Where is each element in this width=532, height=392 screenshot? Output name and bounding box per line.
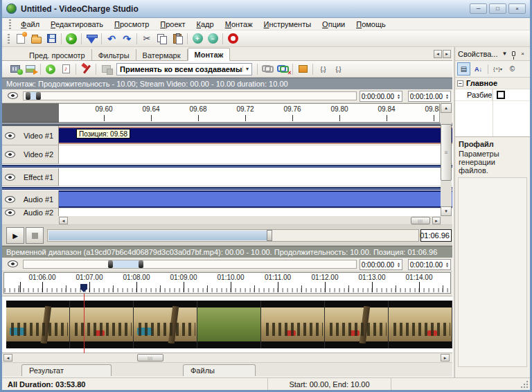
montage-ruler[interactable]: 09.60 09.64 09.68 09.72 09.76 09.80 09.8… xyxy=(2,103,452,123)
minimize-button[interactable]: ─ xyxy=(470,3,487,14)
spinner-arrows-icon[interactable]: ▲▼ xyxy=(396,262,402,267)
tab-preview[interactable]: Пред. просмотр xyxy=(23,49,92,60)
tab-files[interactable]: Файлы xyxy=(183,364,256,376)
disabled-tool-button[interactable] xyxy=(98,62,114,77)
property-category[interactable]: − Главное xyxy=(455,78,530,89)
tracks-hscrollbar[interactable]: ◂ ||| ▸ xyxy=(2,216,452,225)
apply-mode-dropdown[interactable]: Применять ко всем создаваемым фа ▾ xyxy=(116,63,252,75)
scroll-down-button[interactable]: ▾ xyxy=(441,206,452,216)
property-pages-button[interactable]: {+}▾ xyxy=(491,62,504,75)
alphabetical-sort-button[interactable]: А↓ xyxy=(472,62,485,75)
collapse-icon[interactable]: − xyxy=(457,80,463,87)
scroll-thumb[interactable]: ||| xyxy=(137,354,163,362)
delete-tool-button[interactable] xyxy=(78,62,94,77)
track-content-audio1[interactable] xyxy=(59,190,452,208)
wizard-button[interactable] xyxy=(84,31,99,46)
slider-handle-left[interactable] xyxy=(108,260,113,268)
eye-icon[interactable] xyxy=(5,209,15,216)
open-button[interactable] xyxy=(28,31,44,46)
eye-icon[interactable] xyxy=(5,196,15,203)
filmstrip-scrollbar[interactable]: ◂ ||| ▸ xyxy=(2,353,452,363)
track-row[interactable]: Audio #2 xyxy=(2,208,452,216)
unlink-button[interactable]: × xyxy=(275,62,290,77)
link-button[interactable] xyxy=(260,62,275,77)
scroll-thumb[interactable]: ≡ xyxy=(441,124,452,181)
categorized-view-button[interactable]: ▤ xyxy=(457,62,470,75)
slider-handle-right[interactable] xyxy=(139,260,143,268)
time-ruler-scale[interactable]: 01:06.00 01:07.00 01:08.00 01:09.00 01:1… xyxy=(3,272,451,294)
rename-button[interactable] xyxy=(295,62,310,77)
bracket-in-button[interactable]: {..} xyxy=(315,62,330,77)
tab-result[interactable]: Результат xyxy=(21,364,112,376)
eye-icon[interactable] xyxy=(8,92,18,99)
range-zoom-slider[interactable] xyxy=(23,260,357,269)
spinner-arrows-icon[interactable]: ▲▼ xyxy=(444,262,450,267)
range-start-spinner[interactable]: 0:00:00.00 ▲▼ xyxy=(360,259,402,270)
eye-icon[interactable] xyxy=(5,174,15,181)
menu-edit[interactable]: Редактировать xyxy=(46,19,108,29)
montage-start-spinner[interactable]: 0:00:00.00 ▲▼ xyxy=(360,91,402,102)
scroll-thumb[interactable]: ||| xyxy=(411,217,430,224)
tab-filters[interactable]: Фильтры xyxy=(92,49,136,60)
bracket-out-button[interactable]: {..} xyxy=(330,62,346,77)
menu-tools[interactable]: Инструменты xyxy=(259,19,317,29)
track-row[interactable]: Video #2 xyxy=(2,145,452,164)
copyright-button[interactable]: © xyxy=(506,62,519,75)
range-end-spinner[interactable]: 0:00:10.00 ▲▼ xyxy=(408,259,451,270)
stop-button[interactable] xyxy=(225,31,240,46)
track-header-effect1[interactable]: Effect #1 xyxy=(2,168,59,186)
scroll-right-button[interactable]: ▸ xyxy=(432,217,441,224)
scroll-right-button[interactable]: ▸ xyxy=(441,354,450,362)
track-row[interactable]: Audio #1 xyxy=(2,190,452,208)
eye-icon[interactable] xyxy=(8,260,18,267)
redo-button[interactable]: ↷ xyxy=(119,31,134,46)
tab-scroll-right[interactable]: ▸ xyxy=(443,50,451,58)
cut-button[interactable]: ✂ xyxy=(139,31,154,46)
slider-handle-right[interactable] xyxy=(36,92,41,100)
save-button[interactable] xyxy=(44,31,59,46)
add-image-button[interactable] xyxy=(23,62,38,77)
menu-view[interactable]: Просмотр xyxy=(109,19,154,29)
resize-grip[interactable] xyxy=(520,380,529,389)
stop-playback-button[interactable] xyxy=(26,227,44,244)
zoom-in-button[interactable]: + xyxy=(190,31,205,46)
montage-ruler-scale[interactable]: 09.60 09.64 09.68 09.72 09.76 09.80 09.8… xyxy=(59,103,440,123)
panel-menu-button[interactable]: ▼ xyxy=(500,49,509,58)
track-header-video2[interactable]: Video #2 xyxy=(2,145,59,164)
add-video-button[interactable] xyxy=(8,62,23,77)
menu-montage[interactable]: Монтаж xyxy=(220,19,258,29)
track-header-video1[interactable]: Video #1 xyxy=(2,126,59,145)
track-content-video1[interactable]: Позиция: 09.58 xyxy=(59,126,452,145)
scroll-up-button[interactable]: ▴ xyxy=(441,103,452,113)
zoom-out-button[interactable]: − xyxy=(205,31,220,46)
time-ruler[interactable]: 01:06.00 01:07.00 01:08.00 01:09.00 01:1… xyxy=(2,271,452,296)
paste-button[interactable] xyxy=(170,31,185,46)
progress-thumb[interactable] xyxy=(267,230,272,241)
tab-scroll-left[interactable]: ◂ xyxy=(434,50,442,58)
tab-watermark[interactable]: Ватермарк xyxy=(136,49,188,60)
panel-close-button[interactable]: × xyxy=(518,49,527,58)
menu-help[interactable]: Помощь xyxy=(351,19,391,29)
eye-icon[interactable] xyxy=(5,132,15,139)
scroll-left-button[interactable]: ◂ xyxy=(3,354,12,362)
track-header-audio2[interactable]: Audio #2 xyxy=(2,208,59,216)
slider-handle-left[interactable] xyxy=(26,92,30,100)
menu-frame[interactable]: Кадр xyxy=(192,19,219,29)
new-project-button[interactable] xyxy=(13,31,28,46)
split-checkbox[interactable] xyxy=(497,91,505,99)
track-content-audio2[interactable] xyxy=(59,208,452,216)
track-row[interactable]: Effect #1 xyxy=(2,168,452,186)
menu-options[interactable]: Опции xyxy=(317,19,350,29)
playback-progress[interactable] xyxy=(47,229,419,242)
montage-end-spinner[interactable]: 0:00:10.00 ▲▼ xyxy=(408,91,451,102)
undo-button[interactable]: ↶ xyxy=(104,31,119,46)
close-button[interactable]: × xyxy=(508,3,526,14)
toolbar-grip[interactable] xyxy=(8,34,10,44)
pin-button[interactable] xyxy=(509,49,518,58)
scroll-left-button[interactable]: ◂ xyxy=(59,217,68,224)
menu-project[interactable]: Проект xyxy=(155,19,190,29)
montage-zoom-slider[interactable] xyxy=(23,91,357,100)
menu-file[interactable]: Файл xyxy=(16,19,44,29)
track-header-audio1[interactable]: Audio #1 xyxy=(2,190,59,208)
track-row[interactable]: Video #1 Позиция: 09.58 xyxy=(2,126,452,145)
